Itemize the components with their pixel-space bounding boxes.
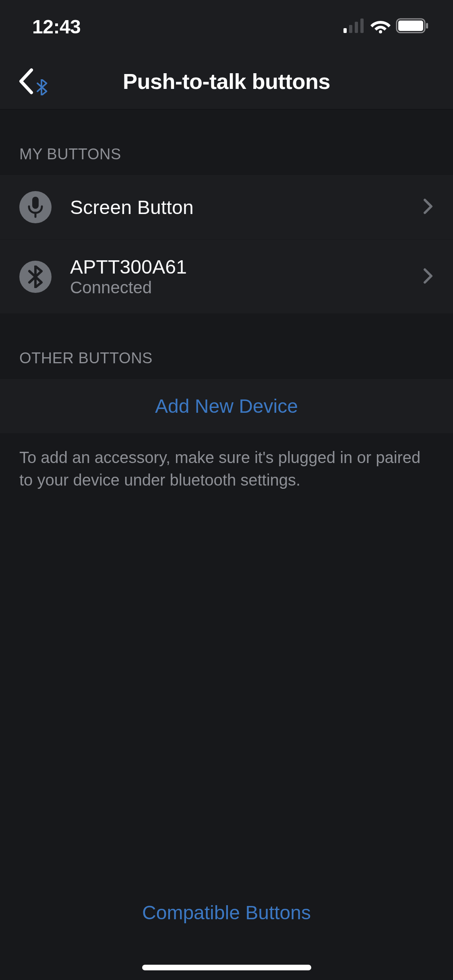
- svg-rect-3: [360, 19, 364, 33]
- section-header-my-buttons: MY BUTTONS: [0, 109, 453, 175]
- navigation-header: Push-to-talk buttons: [0, 53, 453, 109]
- battery-icon: [396, 18, 429, 35]
- add-new-device-button[interactable]: Add New Device: [0, 379, 453, 433]
- page-title: Push-to-talk buttons: [0, 69, 453, 94]
- cellular-signal-icon: [343, 19, 365, 35]
- compatible-buttons-link[interactable]: Compatible Buttons: [0, 902, 453, 924]
- svg-rect-7: [426, 23, 428, 29]
- back-button[interactable]: [16, 67, 48, 96]
- list-item-screen-button[interactable]: Screen Button: [0, 175, 453, 240]
- svg-rect-0: [343, 28, 347, 33]
- svg-rect-8: [32, 197, 39, 209]
- status-time: 12:43: [32, 16, 81, 38]
- svg-rect-2: [355, 22, 358, 33]
- svg-rect-6: [398, 21, 423, 31]
- add-new-device-label: Add New Device: [155, 395, 298, 417]
- status-icons: [343, 18, 429, 35]
- helper-text: To add an accessory, make sure it's plug…: [0, 433, 453, 504]
- mic-icon: [19, 191, 52, 223]
- svg-rect-1: [349, 25, 352, 33]
- list-item-content: APTT300A61 Connected: [70, 256, 414, 297]
- section-header-other-buttons: OTHER BUTTONS: [0, 313, 453, 379]
- list-item-content: Screen Button: [70, 196, 414, 218]
- status-bar: 12:43: [0, 0, 453, 53]
- my-buttons-list: Screen Button APTT300A61 Connected: [0, 175, 453, 313]
- svg-point-4: [379, 30, 382, 33]
- compatible-buttons-label: Compatible Buttons: [142, 902, 311, 923]
- list-item-title: Screen Button: [70, 196, 414, 218]
- bluetooth-icon: [19, 261, 52, 293]
- list-item-title: APTT300A61: [70, 256, 414, 278]
- wifi-icon: [370, 18, 391, 35]
- chevron-right-icon: [422, 198, 434, 217]
- chevron-right-icon: [422, 267, 434, 286]
- bluetooth-small-icon: [35, 79, 48, 95]
- list-item-aptt-device[interactable]: APTT300A61 Connected: [0, 240, 453, 313]
- home-indicator[interactable]: [142, 965, 311, 970]
- list-item-subtitle: Connected: [70, 278, 414, 297]
